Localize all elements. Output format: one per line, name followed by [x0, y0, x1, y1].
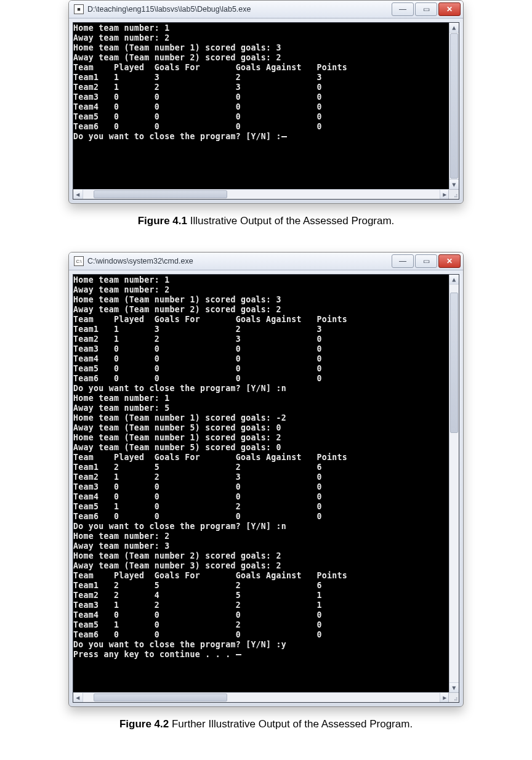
console-line: Do you want to close the program? [Y/N] … [73, 640, 449, 650]
console-line: Home team number: 1 [73, 275, 449, 285]
console-line: Team Played Goals For Goals Against Poin… [73, 571, 449, 581]
console-line: Away team (Team number 2) scored goals: … [73, 305, 449, 315]
app-icon: C:\ [74, 256, 84, 266]
console-line: Team5 0 0 0 0 [73, 364, 449, 374]
console-line: Home team (Team number 1) scored goals: … [73, 413, 449, 423]
app-icon: ■ [74, 4, 84, 14]
console-line: Away team (Team number 5) scored goals: … [73, 443, 449, 453]
console-line: Team4 0 0 0 0 [73, 354, 449, 364]
console-line: Team4 0 0 0 0 [73, 102, 449, 112]
console-line: Home team (Team number 2) scored goals: … [73, 551, 449, 561]
console-line: Press any key to continue . . . [73, 650, 449, 660]
minimize-button[interactable]: — [392, 2, 414, 16]
console-line: Do you want to close the program? [Y/N] … [73, 384, 449, 394]
console-line: Home team number: 1 [73, 394, 449, 403]
console-line [73, 142, 449, 152]
cursor-icon [236, 654, 241, 655]
console-line [73, 152, 449, 161]
console-line: Team5 0 0 0 0 [73, 112, 449, 122]
window-buttons: — ▭ ✕ [390, 254, 461, 268]
console-line: Team6 0 0 0 0 [73, 630, 449, 640]
console-line: Home team number: 2 [73, 532, 449, 541]
console-line: Team4 0 0 0 0 [73, 610, 449, 620]
resize-grip-icon[interactable]: ⣠ [448, 189, 459, 199]
console-line: Team3 1 2 2 1 [73, 600, 449, 610]
console-line: Team2 1 2 3 0 [73, 334, 449, 344]
horizontal-scroll-thumb[interactable] [94, 190, 227, 198]
maximize-button[interactable]: ▭ [415, 2, 437, 16]
console-line: Home team (Team number 1) scored goals: … [73, 43, 449, 53]
titlebar[interactable]: ■ D:\teaching\eng115\labsvs\lab5\Debug\l… [69, 1, 463, 18]
console-line [73, 679, 449, 689]
console-line: Team1 2 5 2 6 [73, 463, 449, 472]
horizontal-scroll-track[interactable] [83, 190, 440, 199]
console-line: Team Played Goals For Goals Against Poin… [73, 315, 449, 325]
console-line: Team2 1 2 3 0 [73, 472, 449, 482]
scroll-up-icon[interactable]: ▲ [449, 275, 459, 285]
vertical-scrollbar[interactable]: ▲ ▼ [449, 23, 459, 189]
scroll-down-icon[interactable]: ▼ [449, 179, 459, 189]
console-line: Team2 1 2 3 0 [73, 83, 449, 92]
scroll-left-icon[interactable]: ◀ [73, 190, 83, 199]
console-line: Do you want to close the program? [Y/N] … [73, 522, 449, 532]
console-line [73, 660, 449, 669]
console-line: Away team (Team number 3) scored goals: … [73, 561, 449, 571]
console-line [73, 171, 449, 181]
figure-caption-41: Figure 4.1 Illustrative Output of the As… [49, 215, 483, 227]
console-line [73, 669, 449, 679]
console-line: Team4 0 0 0 0 [73, 492, 449, 502]
console-client: Home team number: 1Away team number: 2Ho… [73, 274, 459, 703]
window-buttons: — ▭ ✕ [390, 2, 461, 16]
console-client: Home team number: 1Away team number: 2Ho… [73, 22, 459, 200]
horizontal-scroll-track[interactable] [83, 693, 440, 702]
console-line: Away team (Team number 5) scored goals: … [73, 423, 449, 433]
console-line: Team Played Goals For Goals Against Poin… [73, 63, 449, 73]
scroll-up-icon[interactable]: ▲ [449, 23, 459, 33]
console-line: Team5 1 0 2 0 [73, 502, 449, 512]
vertical-scroll-track[interactable] [449, 285, 459, 682]
console-window-fig41: ■ D:\teaching\eng115\labsvs\lab5\Debug\l… [68, 0, 464, 204]
console-line: Team3 0 0 0 0 [73, 92, 449, 102]
scroll-left-icon[interactable]: ◀ [73, 693, 83, 702]
scroll-down-icon[interactable]: ▼ [449, 682, 459, 692]
console-line: Away team (Team number 2) scored goals: … [73, 53, 449, 63]
console-line: Home team (Team number 1) scored goals: … [73, 433, 449, 443]
horizontal-scrollbar[interactable]: ◀ ▶ [73, 692, 449, 702]
close-button[interactable]: ✕ [438, 2, 461, 16]
figure-caption-text: Further Illustrative Output of the Asses… [169, 718, 413, 730]
console-line: Team6 0 0 0 0 [73, 122, 449, 132]
console-line: Away team number: 2 [73, 33, 449, 43]
figure-caption-text: Illustrative Output of the Assessed Prog… [187, 215, 394, 227]
console-line: Team2 2 4 5 1 [73, 591, 449, 600]
vertical-scroll-track[interactable] [449, 33, 459, 179]
minimize-button[interactable]: — [392, 254, 414, 268]
console-output: Home team number: 1Away team number: 2Ho… [73, 275, 459, 690]
console-line: Team1 2 5 2 6 [73, 581, 449, 591]
window-title: C:\windows\system32\cmd.exe [87, 257, 390, 265]
console-line: Team3 0 0 0 0 [73, 482, 449, 492]
console-line [73, 161, 449, 171]
resize-grip-icon[interactable]: ⣠ [448, 692, 459, 702]
console-line: Team6 0 0 0 0 [73, 512, 449, 522]
console-output: Home team number: 1Away team number: 2Ho… [73, 23, 459, 192]
maximize-button[interactable]: ▭ [415, 254, 437, 268]
console-line: Home team number: 1 [73, 23, 449, 33]
figure-caption-bold: Figure 4.2 [119, 718, 169, 730]
window-title: D:\teaching\eng115\labsvs\lab5\Debug\lab… [87, 5, 390, 14]
horizontal-scrollbar[interactable]: ◀ ▶ [73, 189, 449, 199]
cursor-icon [281, 136, 287, 137]
console-line: Team Played Goals For Goals Against Poin… [73, 453, 449, 463]
console-line: Team3 0 0 0 0 [73, 344, 449, 354]
vertical-scrollbar[interactable]: ▲ ▼ [449, 275, 459, 692]
close-button[interactable]: ✕ [438, 254, 461, 268]
console-line: Home team (Team number 1) scored goals: … [73, 295, 449, 305]
horizontal-scroll-thumb[interactable] [94, 693, 227, 701]
console-line: Do you want to close the program? [Y/N] … [73, 132, 449, 142]
console-line: Away team number: 5 [73, 403, 449, 413]
vertical-scroll-thumb[interactable] [450, 293, 458, 433]
console-line: Team1 1 3 2 3 [73, 73, 449, 83]
figure-caption-42: Figure 4.2 Further Illustrative Output o… [49, 718, 483, 730]
console-line: Away team number: 2 [73, 285, 449, 295]
vertical-scroll-thumb[interactable] [450, 33, 458, 179]
titlebar[interactable]: C:\ C:\windows\system32\cmd.exe — ▭ ✕ [69, 253, 463, 270]
